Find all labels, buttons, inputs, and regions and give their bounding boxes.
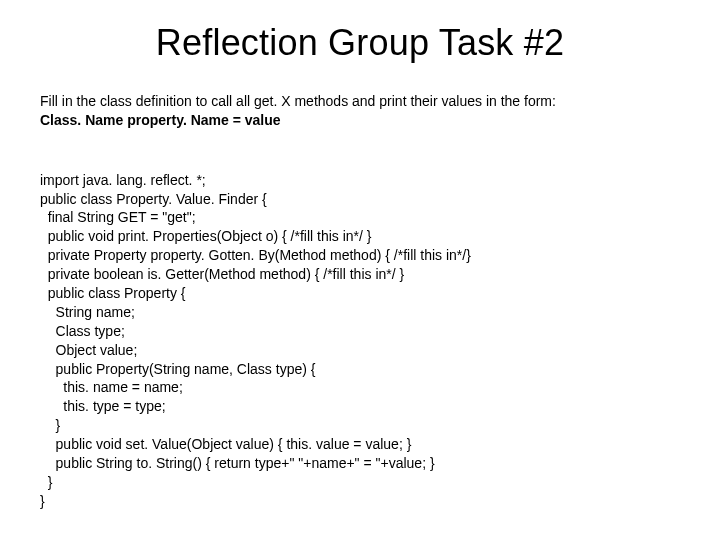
prompt-line-2: Class. Name property. Name = value (40, 111, 680, 130)
code-line: public Property(String name, Class type)… (40, 361, 315, 377)
code-line: } (40, 493, 45, 509)
code-line: this. type = type; (40, 398, 166, 414)
code-line: import java. lang. reflect. *; (40, 172, 206, 188)
code-line: } (40, 417, 60, 433)
code-line: public void set. Value(Object value) { t… (40, 436, 411, 452)
page-title: Reflection Group Task #2 (40, 22, 680, 64)
code-line: final String GET = "get"; (40, 209, 196, 225)
code-line: public class Property { (40, 285, 186, 301)
code-line: this. name = name; (40, 379, 183, 395)
code-line: public class Property. Value. Finder { (40, 191, 267, 207)
prompt-line-1: Fill in the class definition to call all… (40, 92, 680, 111)
code-line: String name; (40, 304, 135, 320)
code-line: private boolean is. Getter(Method method… (40, 266, 404, 282)
code-line: public void print. Properties(Object o) … (40, 228, 371, 244)
task-prompt: Fill in the class definition to call all… (40, 92, 680, 130)
slide: Reflection Group Task #2 Fill in the cla… (0, 0, 720, 540)
code-line: private Property property. Gotten. By(Me… (40, 247, 471, 263)
code-line: Object value; (40, 342, 137, 358)
code-line: public String to. String() { return type… (40, 455, 435, 471)
code-line: } (40, 474, 52, 490)
code-block: import java. lang. reflect. *; public cl… (40, 152, 680, 530)
code-line: Class type; (40, 323, 125, 339)
